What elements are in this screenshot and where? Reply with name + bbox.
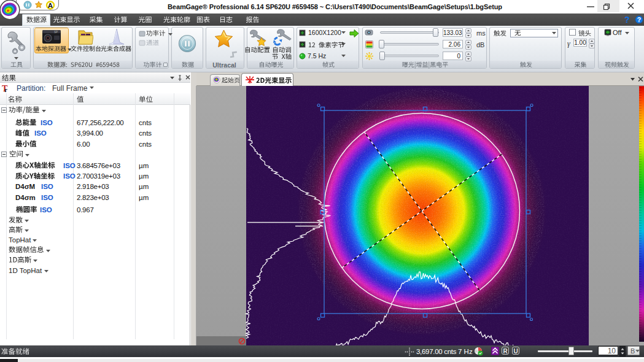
svg-text:A: A	[48, 2, 53, 9]
svg-text:?: ?	[624, 15, 630, 25]
svg-text:r: r	[4, 86, 7, 93]
svg-text:?: ?	[637, 16, 641, 23]
svg-text:SP: SP	[54, 31, 58, 34]
